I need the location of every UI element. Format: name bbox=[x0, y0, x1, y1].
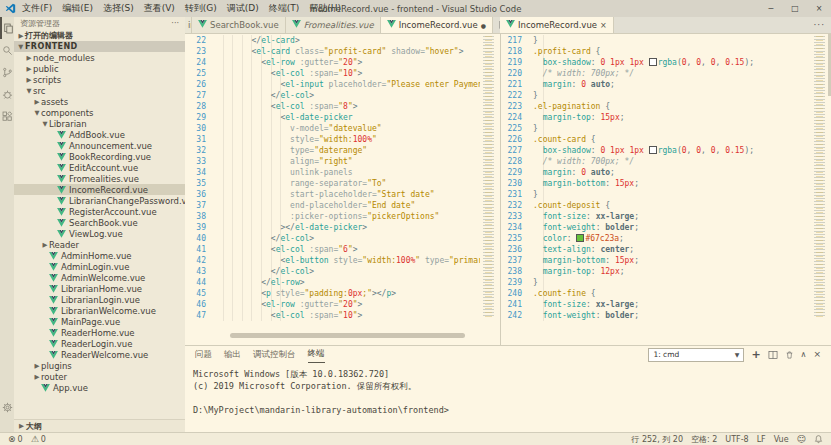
source-control-icon[interactable] bbox=[0, 61, 14, 83]
tree-folder-scripts[interactable]: ▶scripts bbox=[14, 74, 185, 85]
debug-icon[interactable] bbox=[0, 83, 14, 105]
code-line[interactable]: } bbox=[533, 90, 811, 101]
code-line[interactable]: <el-card class="profit-card" shadow="hov… bbox=[213, 46, 480, 57]
minimap[interactable] bbox=[483, 36, 498, 318]
status-item[interactable]: UTF-8 bbox=[725, 435, 748, 444]
menu-item[interactable]: 终端(T) bbox=[264, 2, 305, 15]
tree-folder-router[interactable]: ▶router bbox=[14, 371, 185, 382]
search-icon[interactable] bbox=[0, 39, 14, 61]
code-line[interactable]: type="daterange" bbox=[213, 145, 480, 156]
status-item-warning-icon[interactable]: ⚠0 bbox=[31, 435, 46, 444]
code-line[interactable]: } bbox=[533, 277, 811, 288]
tree-file-bookrecording.vue[interactable]: BookRecording.vue bbox=[14, 151, 185, 162]
code-line[interactable]: start-placeholder="Start date" bbox=[213, 189, 480, 200]
terminal-selector-dropdown[interactable]: 1: cmd▼ bbox=[648, 348, 744, 362]
tree-file-announcement.vue[interactable]: Announcement.vue bbox=[14, 140, 185, 151]
panel-tab-输出[interactable]: 输出 bbox=[224, 347, 241, 363]
minimize-button[interactable]: ─ bbox=[759, 4, 783, 13]
code-line[interactable]: .count-fine { bbox=[533, 288, 811, 299]
code-line[interactable]: <el-row :gutter="20"> bbox=[213, 299, 480, 310]
tree-file-incomerecord.vue[interactable]: IncomeRecord.vue bbox=[14, 184, 185, 195]
close-tab-icon[interactable]: × bbox=[600, 21, 607, 30]
code-line[interactable]: </el-col> bbox=[213, 266, 480, 277]
status-item-bell-icon[interactable] bbox=[814, 434, 823, 444]
code-line[interactable]: unlink-panels bbox=[213, 167, 480, 178]
code-line[interactable]: margin-top: 15px; bbox=[533, 112, 811, 123]
code-line[interactable]: <el-button style="width:100%" type="prim… bbox=[213, 255, 480, 266]
menu-item[interactable]: 查看(V) bbox=[139, 2, 180, 15]
code-line[interactable]: .count-card { bbox=[533, 134, 811, 145]
code-line[interactable]: margin-bottom: 15px; bbox=[533, 178, 811, 189]
more-actions-icon[interactable]: ··· bbox=[171, 19, 179, 28]
code-line[interactable]: } bbox=[533, 35, 811, 46]
menu-item[interactable]: 转到(G) bbox=[180, 2, 222, 15]
tree-folder-assets[interactable]: ▶assets bbox=[14, 96, 185, 107]
line-number-gutter[interactable]: 2172182192202212222232242252262272282292… bbox=[501, 35, 527, 321]
code-line[interactable]: margin-top: 12px; bbox=[533, 266, 811, 277]
code-view-template[interactable]: </el-card> <el-card class="profit-card" … bbox=[213, 35, 480, 345]
tree-file-librarianhome.vue[interactable]: LibrarianHome.vue bbox=[14, 283, 185, 294]
tab-ing.vue[interactable]: ing.vue bbox=[185, 17, 192, 33]
tree-file-fromealities.vue[interactable]: Fromealities.vue bbox=[14, 173, 185, 184]
code-line[interactable]: <p style="padding:0px;"></p> bbox=[213, 288, 480, 299]
code-line[interactable]: </el-card> bbox=[213, 35, 480, 46]
tree-folder-plugins[interactable]: ▶plugins bbox=[14, 360, 185, 371]
code-line[interactable]: </el-row> bbox=[213, 277, 480, 288]
code-line[interactable]: .profit-card { bbox=[533, 46, 811, 57]
status-item[interactable]: Vue bbox=[774, 435, 789, 444]
tree-folder-node_modules[interactable]: ▶node_modules bbox=[14, 52, 185, 63]
maximize-button[interactable]: □ bbox=[783, 4, 807, 13]
code-line[interactable]: v-model="datevalue" bbox=[213, 123, 480, 134]
menu-item[interactable]: 编辑(E) bbox=[57, 2, 98, 15]
outline-section[interactable]: ▶ 大纲 bbox=[14, 419, 185, 432]
panel-tab-终端[interactable]: 终端 bbox=[308, 347, 325, 363]
code-line[interactable]: } bbox=[533, 123, 811, 134]
code-line[interactable]: font-weight: bolder; bbox=[533, 222, 811, 233]
status-item[interactable]: 空格: 2 bbox=[691, 434, 717, 445]
tree-file-readerwelcome.vue[interactable]: ReaderWelcome.vue bbox=[14, 349, 185, 360]
tree-folder-public[interactable]: ▶public bbox=[14, 63, 185, 74]
horizontal-scrollbar[interactable] bbox=[230, 333, 465, 338]
code-line[interactable]: .el-pagination { bbox=[533, 101, 811, 112]
code-line[interactable]: <el-col :span="10"> bbox=[213, 68, 480, 79]
code-line[interactable]: range-separator="To" bbox=[213, 178, 480, 189]
close-panel-icon[interactable]: × bbox=[813, 350, 821, 359]
tab-incomerecord.vue[interactable]: IncomeRecord.vue● bbox=[381, 17, 493, 33]
settings-gear-icon[interactable] bbox=[0, 396, 14, 418]
code-line[interactable]: <el-input placeholder="Please enter Paym… bbox=[213, 79, 480, 90]
code-line[interactable]: :picker-options="pickerOptions" bbox=[213, 211, 480, 222]
panel-tab-调试控制台[interactable]: 调试控制台 bbox=[253, 347, 296, 363]
tree-file-viewlog.vue[interactable]: ViewLog.vue bbox=[14, 228, 185, 239]
tab-fromealities.vue[interactable]: Fromealities.vue bbox=[286, 17, 381, 33]
tree-folder-reader[interactable]: ▶Reader bbox=[14, 239, 185, 250]
code-line[interactable]: box-shadow: 0 1px 1px rgba(0, 0, 0, 0.15… bbox=[533, 57, 811, 68]
code-line[interactable]: margin-bottom: 15px; bbox=[533, 255, 811, 266]
code-line[interactable]: <el-col :span="8"> bbox=[213, 101, 480, 112]
tree-file-readerhome.vue[interactable]: ReaderHome.vue bbox=[14, 327, 185, 338]
menu-item[interactable]: 选择(S) bbox=[98, 2, 139, 15]
tree-file-adminlogin.vue[interactable]: AdminLogin.vue bbox=[14, 261, 185, 272]
code-line[interactable]: /* width: 700px; */ bbox=[533, 68, 811, 79]
code-line[interactable]: font-size: xx-large; bbox=[533, 299, 811, 310]
code-line[interactable]: style="width:100%" bbox=[213, 134, 480, 145]
tree-folder-src[interactable]: ▼src bbox=[14, 85, 185, 96]
tree-file-readerlogin.vue[interactable]: ReaderLogin.vue bbox=[14, 338, 185, 349]
menu-item[interactable]: 文件(F) bbox=[17, 2, 57, 15]
menu-item[interactable]: 调试(D) bbox=[222, 2, 264, 15]
more-actions-icon[interactable]: ··· bbox=[813, 21, 825, 30]
tree-folder-components[interactable]: ▼components bbox=[14, 107, 185, 118]
status-item-feedback-icon[interactable]: ☺ bbox=[797, 435, 806, 444]
tab-searchbook.vue[interactable]: SearchBook.vue bbox=[192, 17, 286, 33]
split-terminal-icon[interactable] bbox=[768, 350, 778, 360]
code-line[interactable]: /* width: 700px; */ bbox=[533, 156, 811, 167]
explorer-icon[interactable] bbox=[0, 17, 14, 39]
code-line[interactable]: margin: 0 auto; bbox=[533, 79, 811, 90]
tree-file-librarianchangepassword.vue[interactable]: LibrarianChangePassword.vue bbox=[14, 195, 185, 206]
new-terminal-icon[interactable]: + bbox=[751, 349, 760, 360]
status-item[interactable]: 行 252, 列 20 bbox=[631, 434, 683, 445]
code-line[interactable]: box-shadow: 0 1px 1px rgba(0, 0, 0, 0.15… bbox=[533, 145, 811, 156]
tab-incomerecord.vue[interactable]: IncomeRecord.vue× bbox=[500, 17, 614, 33]
code-line[interactable]: </el-col> bbox=[213, 90, 480, 101]
tree-file-app.vue[interactable]: App.vue bbox=[14, 382, 185, 393]
code-line[interactable]: </el-col> bbox=[213, 233, 480, 244]
